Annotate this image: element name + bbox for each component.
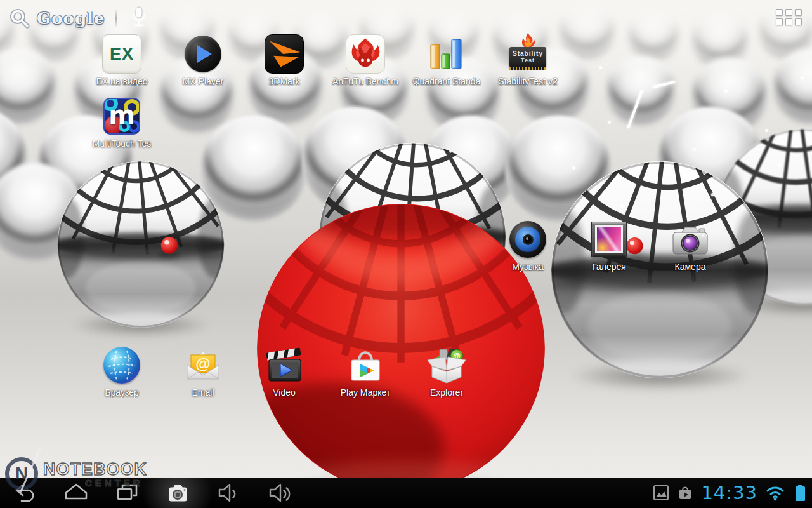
- voice-search-mic-icon[interactable]: [131, 5, 147, 32]
- screenshot-camera-button[interactable]: [164, 479, 192, 507]
- all-apps-button[interactable]: [776, 9, 802, 25]
- email-icon: @: [183, 345, 223, 385]
- app-shortcut-camera[interactable]: Камера: [652, 218, 728, 272]
- app-label: MX Player: [165, 76, 241, 86]
- wifi-icon[interactable]: [765, 484, 785, 502]
- sparkle-dot: [620, 204, 624, 208]
- app-label: Play Маркет: [327, 387, 403, 398]
- app-shortcut-quadrant[interactable]: Quadrant Standa: [409, 33, 485, 86]
- mx-player-icon: [185, 36, 221, 72]
- volume-up-button[interactable]: [265, 479, 293, 507]
- recent-apps-button[interactable]: [113, 479, 141, 507]
- app-shortcut-explorer[interactable]: @ Explorer: [409, 344, 485, 398]
- app-shortcut-email[interactable]: @ Email: [165, 344, 241, 398]
- google-logo[interactable]: Google: [37, 9, 105, 28]
- app-label: Галерея: [571, 262, 647, 272]
- android-home-screen: Google EX EX.ua видео MX Player: [0, 0, 812, 508]
- app-shortcut-mx-player[interactable]: MX Player: [165, 33, 241, 86]
- app-label: Браузер: [84, 387, 160, 398]
- home-button[interactable]: [62, 479, 90, 507]
- app-shortcut-antutu-benchmark[interactable]: AnTuTu Benchm: [327, 33, 403, 86]
- app-shortcut-video[interactable]: Video: [246, 344, 322, 398]
- gallery-icon: [591, 222, 627, 257]
- apps-grid-square: [785, 18, 792, 25]
- 3dmark-icon: [265, 34, 304, 74]
- back-button[interactable]: [11, 479, 39, 507]
- wallpaper-chrome-ball: [57, 161, 225, 328]
- apps-grid-square: [795, 18, 802, 25]
- app-shortcut-browser[interactable]: Браузер: [84, 344, 160, 398]
- system-navbar: 14:33: [0, 478, 812, 508]
- app-shortcut-gallery[interactable]: Галерея: [571, 218, 647, 272]
- antutu-icon: [346, 34, 385, 74]
- clock[interactable]: 14:33: [701, 482, 757, 504]
- explorer-icon: @: [426, 345, 467, 385]
- app-label: MultiTouch Tes: [84, 138, 160, 149]
- app-shortcut-multitouch-tester[interactable]: m MultiTouch Tes: [84, 95, 160, 149]
- app-label: AnTuTu Benchm: [327, 76, 403, 86]
- apps-grid-square: [776, 18, 783, 25]
- quadrant-icon: [426, 34, 467, 74]
- app-label: Камера: [652, 262, 728, 272]
- sparkle-dot: [608, 121, 611, 124]
- app-shortcut-play-market[interactable]: Play Маркет: [327, 344, 403, 398]
- app-label: Explorer: [409, 387, 485, 398]
- video-player-icon: [264, 345, 304, 385]
- sparkle-dot: [724, 90, 728, 93]
- multitouch-tester-icon: m: [103, 98, 140, 135]
- app-label: Музыка: [490, 262, 566, 272]
- stability-test-icon: Stability Test: [508, 34, 548, 74]
- app-shortcut-ex-ua-video[interactable]: EX EX.ua видео: [84, 33, 160, 86]
- sparkle-dot: [599, 66, 602, 69]
- search-icon[interactable]: [9, 8, 30, 29]
- camera-app-icon: [670, 219, 710, 260]
- app-label: StabilityTest v2: [490, 76, 566, 86]
- search-divider: [115, 10, 117, 27]
- ex-ua-video-icon: EX: [102, 34, 141, 74]
- sparkle-dot: [801, 76, 804, 79]
- app-shortcut-stability-test[interactable]: Stability Test StabilityTest v2: [490, 33, 566, 86]
- music-icon: [509, 221, 546, 258]
- app-label: Quadrant Standa: [409, 76, 485, 86]
- sparkle-dot: [711, 193, 714, 196]
- battery-icon[interactable]: [793, 483, 807, 502]
- screenshot-notification-icon[interactable]: [653, 485, 669, 501]
- apps-grid-square: [776, 9, 783, 16]
- app-label: EX.ua видео: [84, 76, 160, 86]
- status-tray[interactable]: 14:33: [653, 478, 807, 508]
- sparkle-dot: [650, 179, 653, 182]
- svg-text:@: @: [195, 355, 210, 372]
- app-label: Email: [165, 387, 241, 398]
- sparkle-dot: [693, 148, 696, 151]
- app-label: 3DMark: [246, 76, 322, 86]
- app-shortcut-3dmark[interactable]: 3DMark: [246, 33, 322, 86]
- browser-icon: [103, 347, 140, 384]
- app-shortcut-music[interactable]: Музыка: [490, 218, 566, 272]
- sparkle-dot: [572, 166, 575, 170]
- sparkle-dot: [765, 129, 768, 132]
- app-label: Video: [246, 387, 322, 398]
- volume-down-button[interactable]: [214, 479, 242, 507]
- sparkle-dot: [778, 164, 781, 167]
- google-search-widget[interactable]: Google: [5, 4, 147, 33]
- apps-grid-square: [795, 9, 802, 16]
- play-market-icon: [345, 345, 386, 385]
- download-complete-notification-icon[interactable]: [677, 485, 693, 501]
- apps-grid-square: [785, 9, 792, 16]
